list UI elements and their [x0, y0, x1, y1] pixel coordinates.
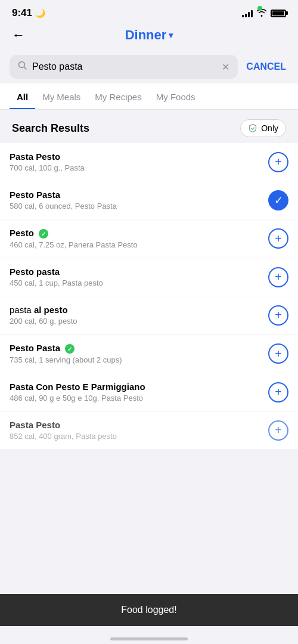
food-details: 460 cal, 7.25 oz, Panera Pasta Pesto	[10, 240, 268, 249]
food-logged-toast: Food logged!	[0, 594, 298, 626]
food-item: Pesto Pasta 735 cal, 1 serving (about 2 …	[0, 335, 298, 373]
results-title: Search Results	[12, 122, 89, 135]
food-item: Pesto pasta 450 cal, 1 cup, Pasta pesto …	[0, 258, 298, 296]
tab-my-recipes[interactable]: My Recipes	[88, 83, 148, 109]
header: ← Dinner ▾	[0, 21, 298, 50]
search-clear-icon[interactable]: ✕	[222, 61, 229, 73]
signal-icon	[242, 9, 253, 17]
food-info: Pasta Pesto 852 cal, 400 gram, Pasta pes…	[10, 420, 268, 441]
food-details: 852 cal, 400 gram, Pasta pesto	[10, 432, 268, 441]
shield-icon	[248, 123, 257, 133]
food-item: pasta al pesto 200 cal, 60 g, pesto +	[0, 296, 298, 335]
status-time: 9:41	[12, 7, 32, 19]
food-name: pasta al pesto	[10, 305, 268, 315]
food-item: Pasta Pesto 852 cal, 400 gram, Pasta pes…	[0, 411, 298, 449]
chevron-down-icon[interactable]: ▾	[169, 30, 173, 40]
food-name: Pasta Pesto	[10, 151, 268, 162]
add-food-button[interactable]: +	[268, 305, 288, 326]
food-info: Pesto Pasta 735 cal, 1 serving (about 2 …	[10, 343, 268, 364]
tab-my-meals[interactable]: My Meals	[35, 83, 88, 109]
food-details: 700 cal, 100 g., Pasta	[10, 163, 268, 172]
food-info: Pasta Con Pesto E Parmiggiano 486 cal, 9…	[10, 382, 268, 402]
food-details: 200 cal, 60 g, pesto	[10, 317, 268, 326]
header-title: Dinner ▾	[125, 27, 173, 43]
search-box: Pesto pasta ✕	[10, 55, 238, 79]
moon-icon: 🌙	[35, 8, 45, 18]
food-info: Pesto pasta 450 cal, 1 cup, Pasta pesto	[10, 267, 268, 287]
add-food-button[interactable]: +	[268, 152, 288, 172]
verified-icon	[39, 229, 48, 239]
food-info: pasta al pesto 200 cal, 60 g, pesto	[10, 305, 268, 326]
food-name: Pasta Con Pesto E Parmiggiano	[10, 382, 268, 392]
add-food-button[interactable]: +	[268, 267, 288, 287]
tabs-container: All My Meals My Recipes My Foods	[0, 83, 298, 110]
toast-message: Food logged!	[121, 605, 176, 615]
battery-icon	[271, 10, 286, 17]
verified-icon	[65, 344, 74, 354]
tab-all[interactable]: All	[10, 83, 35, 109]
food-info: Pesto 460 cal, 7.25 oz, Panera Pasta Pes…	[10, 228, 268, 249]
food-list: Pasta Pesto 700 cal, 100 g., Pasta + Pes…	[0, 143, 298, 449]
cancel-button[interactable]: CANCEL	[244, 61, 288, 72]
results-header: Search Results Only	[0, 110, 298, 143]
food-name: Pesto Pasta	[10, 190, 268, 200]
food-details: 735 cal, 1 serving (about 2 cups)	[10, 355, 268, 364]
food-item: Pesto 460 cal, 7.25 oz, Panera Pasta Pes…	[0, 219, 298, 258]
food-details: 580 cal, 6 ounced, Pesto Pasta	[10, 202, 268, 210]
only-label: Only	[261, 123, 278, 133]
green-dot	[257, 6, 262, 11]
add-food-button[interactable]: +	[268, 228, 288, 249]
only-filter-button[interactable]: Only	[240, 119, 286, 137]
status-bar: 9:41 🌙	[0, 0, 298, 21]
food-info: Pesto Pasta 580 cal, 6 ounced, Pesto Pas…	[10, 190, 268, 210]
add-food-button[interactable]: +	[268, 420, 288, 441]
search-container: Pesto pasta ✕ CANCEL	[0, 50, 298, 83]
back-button[interactable]: ←	[12, 27, 25, 43]
food-item: Pasta Pesto 700 cal, 100 g., Pasta +	[0, 143, 298, 181]
search-icon	[18, 61, 27, 73]
food-name: Pasta Pesto	[10, 420, 268, 430]
food-item: Pasta Con Pesto E Parmiggiano 486 cal, 9…	[0, 373, 298, 411]
status-icons	[242, 8, 286, 18]
meal-title: Dinner	[125, 27, 167, 43]
food-name: Pesto pasta	[10, 267, 268, 277]
food-item: Pesto Pasta 580 cal, 6 ounced, Pesto Pas…	[0, 181, 298, 219]
food-details: 450 cal, 1 cup, Pasta pesto	[10, 278, 268, 287]
add-food-button[interactable]: +	[268, 343, 288, 364]
add-food-button[interactable]: +	[268, 382, 288, 402]
food-info: Pasta Pesto 700 cal, 100 g., Pasta	[10, 151, 268, 172]
tab-my-foods[interactable]: My Foods	[149, 83, 203, 109]
search-input[interactable]: Pesto pasta	[32, 61, 217, 72]
food-name: Pesto	[10, 228, 268, 239]
added-food-button[interactable]: ✓	[268, 190, 288, 210]
home-indicator	[110, 637, 188, 640]
food-details: 486 cal, 90 g e 50g e 10g, Pasta Pesto	[10, 394, 268, 402]
food-name: Pesto Pasta	[10, 343, 268, 354]
